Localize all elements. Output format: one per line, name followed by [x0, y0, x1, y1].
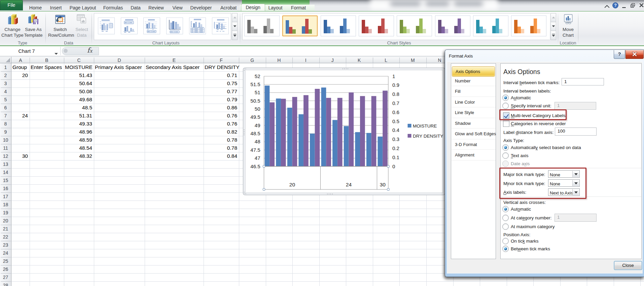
sidebar-item-axis-options[interactable]: Axis Options [452, 66, 495, 77]
restore-icon[interactable] [630, 3, 636, 9]
close-button[interactable]: Close [614, 261, 642, 270]
column-header-N[interactable]: N [438, 58, 441, 63]
chart-style-8[interactable] [511, 15, 546, 36]
cell-D1[interactable]: Primary Axis Spacer [95, 63, 143, 71]
chart-style-1[interactable] [244, 15, 280, 36]
column-header-L[interactable]: L [385, 58, 387, 63]
column-header-J[interactable]: J [331, 58, 334, 63]
tab-format[interactable]: Format [290, 5, 307, 11]
column-header-E[interactable]: E [173, 58, 176, 63]
row-header-17[interactable]: 17 [0, 194, 11, 199]
radio-at-category-label[interactable]: At category number: [511, 215, 552, 220]
styles-more-button[interactable] [550, 31, 556, 40]
move-chart-button[interactable]: MoveChart [556, 12, 580, 40]
tab-formulas[interactable]: Formulas [102, 5, 124, 11]
layouts-more-button[interactable] [232, 31, 238, 40]
row-header-19[interactable]: 19 [0, 210, 11, 215]
radio-at-maximum[interactable] [502, 223, 509, 230]
radio-text-axis-label[interactable]: Text axis [511, 153, 529, 158]
cell-F7[interactable]: 0.76 [205, 112, 237, 120]
help-icon[interactable]: ? [612, 2, 618, 8]
row-header-7[interactable]: 7 [0, 113, 11, 118]
radio-crosses-automatic-label[interactable]: Automatic [511, 207, 531, 212]
cell-A2[interactable]: 20 [12, 71, 28, 79]
sidebar-item-line-style[interactable]: Line Style [452, 107, 496, 118]
row-header-10[interactable]: 10 [0, 137, 11, 143]
radio-specify-interval[interactable] [502, 103, 509, 109]
cell-F4[interactable]: 0.77 [205, 87, 237, 96]
sidebar-item-shadow[interactable]: Shadow [452, 118, 496, 129]
column-header-M[interactable]: M [411, 58, 415, 63]
row-header-1[interactable]: 1 [0, 65, 11, 70]
label-distance-input[interactable]: 100 [555, 128, 597, 136]
cell-C2[interactable]: 51.43 [65, 71, 92, 79]
row-header-23[interactable]: 23 [0, 242, 11, 248]
cell-C1[interactable]: MOISTURE [65, 63, 92, 71]
radio-specify-interval-label[interactable]: Specify interval unit: [511, 103, 551, 108]
tab-insert[interactable]: Insert [48, 5, 63, 11]
row-header-14[interactable]: 14 [0, 170, 11, 175]
dialog-help-button[interactable]: ? [614, 50, 625, 59]
chart-style-6[interactable] [435, 15, 470, 36]
tab-acrobat[interactable]: Acrobat [219, 5, 238, 11]
row-header-2[interactable]: 2 [0, 73, 11, 78]
tab-layout[interactable]: Layout [267, 5, 284, 11]
close-window-icon[interactable] [639, 3, 644, 9]
cell-C8[interactable]: 49.33 [65, 120, 92, 128]
radio-at-maximum-label[interactable]: At maximum category [511, 224, 555, 229]
sidebar-item-glow-and-soft-edges[interactable]: Glow and Soft Edges [452, 129, 496, 139]
radio-between-ticks-label[interactable]: Between tick marks [511, 246, 550, 251]
cell-E1[interactable]: Secondary Axis Spacer [146, 63, 202, 71]
column-header-K[interactable]: K [358, 58, 361, 63]
row-headers[interactable]: 1234567891011121314151617181920212223242… [0, 63, 11, 286]
cell-F12[interactable]: 0.84 [205, 152, 237, 160]
dialog-close-button[interactable] [625, 50, 644, 59]
layouts-scroll-down-button[interactable] [232, 22, 238, 31]
cell-F9[interactable]: 0.82 [205, 128, 237, 136]
styles-scroll-down-button[interactable] [550, 22, 556, 31]
cell-C4[interactable]: 50.08 [65, 87, 92, 96]
cell-C10[interactable]: 48.59 [65, 136, 92, 144]
cell-B1[interactable]: Enter Spaces [31, 63, 62, 71]
radio-text-axis[interactable] [502, 152, 509, 159]
cell-C11[interactable]: 48.54 [65, 144, 92, 152]
cell-C12[interactable]: 48.32 [65, 152, 92, 160]
radio-on-ticks[interactable] [502, 238, 509, 244]
row-header-11[interactable]: 11 [0, 145, 11, 151]
cell-F11[interactable]: 0.78 [205, 144, 237, 152]
row-header-3[interactable]: 3 [0, 81, 11, 86]
radio-automatic[interactable] [502, 95, 509, 101]
embedded-chart[interactable]: 46.54747.54848.54949.55050.55151.55200.1… [243, 68, 445, 196]
radio-on-ticks-label[interactable]: On tick marks [511, 239, 539, 244]
chart-layout-2[interactable] [121, 17, 138, 34]
radio-at-category[interactable] [502, 215, 509, 221]
column-header-D[interactable]: D [117, 58, 121, 63]
checkbox-reverse-order-label[interactable]: Categories in reverse order [511, 121, 566, 126]
checkbox-reverse-order[interactable] [503, 120, 509, 127]
row-header-6[interactable]: 6 [0, 105, 11, 110]
collapse-ribbon-icon[interactable] [604, 3, 610, 9]
tab-home[interactable]: Home [28, 5, 43, 11]
row-header-28[interactable]: 28 [0, 283, 11, 286]
row-header-27[interactable]: 27 [0, 275, 11, 280]
column-header-C[interactable]: C [77, 58, 80, 63]
radio-automatic-label[interactable]: Automatic [511, 95, 531, 100]
cell-C9[interactable]: 48.96 [65, 128, 92, 136]
cell-F1[interactable]: DRY DENSITY [205, 63, 237, 71]
select-all-corner[interactable] [0, 57, 11, 63]
sidebar-item-fill[interactable]: Fill [452, 86, 496, 97]
row-header-12[interactable]: 12 [0, 153, 11, 159]
cell-A12[interactable]: 30 [12, 152, 28, 160]
column-header-B[interactable]: B [45, 58, 48, 63]
row-header-26[interactable]: 26 [0, 266, 11, 272]
cell-F10[interactable]: 0.78 [205, 136, 237, 144]
cell-C5[interactable]: 49.68 [65, 96, 92, 104]
tab-design[interactable]: Design [241, 4, 265, 11]
cell-F5[interactable]: 0.79 [205, 96, 237, 104]
switch-row-column-button[interactable]: SwitchRow/Column [48, 12, 72, 40]
chart-style-2[interactable] [282, 15, 318, 36]
column-header-H[interactable]: H [277, 58, 281, 63]
minimize-icon[interactable] [621, 4, 627, 10]
chart-style-4[interactable] [359, 15, 394, 36]
radio-between-ticks[interactable] [502, 246, 509, 252]
